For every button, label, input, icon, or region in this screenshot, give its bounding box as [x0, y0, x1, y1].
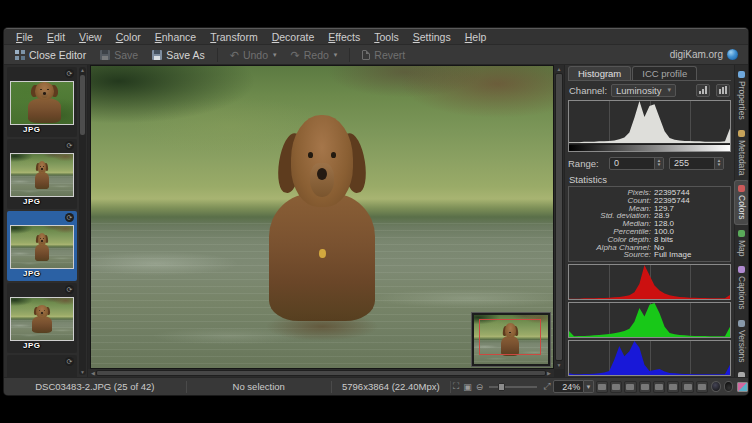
- format-badge: JPG: [23, 197, 41, 206]
- overexposure-indicator-button[interactable]: [724, 381, 734, 392]
- fit-to-window-icon[interactable]: ⛶: [453, 381, 459, 392]
- zoom-in-icon[interactable]: ⤢: [543, 381, 550, 392]
- zoom-percent-field[interactable]: 24%: [553, 380, 585, 393]
- preview-mode-button-6[interactable]: [667, 381, 679, 393]
- preview-mode-button-3[interactable]: [624, 381, 636, 393]
- thumbnail-item-3-selected[interactable]: ⟳ JPG: [7, 211, 77, 281]
- color-managed-view-icon[interactable]: [737, 382, 748, 392]
- preview-mode-button-5[interactable]: [653, 381, 665, 393]
- menu-view[interactable]: View: [73, 30, 108, 44]
- zoom-slider[interactable]: [489, 386, 537, 388]
- spinner-arrows-icon[interactable]: ▲▼: [714, 158, 723, 169]
- scroll-up-icon[interactable]: ▲: [554, 65, 564, 73]
- scroll-up-icon[interactable]: ▲: [79, 67, 86, 73]
- toolbar-separator: [349, 48, 350, 62]
- sync-icon: ⟳: [65, 285, 74, 294]
- sync-icon: ⟳: [65, 213, 74, 222]
- range-max-spinbox[interactable]: 255 ▲▼: [669, 157, 724, 170]
- save-label: Save: [114, 49, 138, 61]
- preview-mode-button-1[interactable]: [596, 381, 608, 393]
- screen: File Edit View Color Enhance Transform D…: [0, 0, 752, 423]
- scrollbar-thumb[interactable]: [555, 73, 563, 361]
- close-editor-icon: [15, 50, 25, 60]
- tab-metadata[interactable]: Metadata: [735, 126, 748, 179]
- horizontal-scrollbar[interactable]: ◀ ▶: [88, 369, 554, 377]
- scrollbar-thumb[interactable]: [96, 370, 546, 376]
- undo-icon: ↶: [230, 50, 239, 60]
- range-min-spinbox[interactable]: 0 ▲▼: [609, 157, 664, 170]
- captions-icon: [738, 266, 745, 273]
- preview-mode-button-8[interactable]: [696, 381, 708, 393]
- thumbnail-item-4[interactable]: ⟳ JPG: [7, 283, 77, 353]
- revert-button[interactable]: Revert: [357, 48, 410, 62]
- menu-decorate[interactable]: Decorate: [266, 30, 321, 44]
- menu-file[interactable]: File: [10, 30, 39, 44]
- tab-captions[interactable]: Captions: [735, 262, 748, 314]
- zoom-slider-handle[interactable]: [498, 383, 505, 391]
- undo-label: Undo: [243, 49, 268, 61]
- undo-button[interactable]: ↶ Undo ▾: [225, 48, 282, 62]
- thumbnail-scrollbar[interactable]: ▲ ▼: [79, 67, 86, 375]
- redo-dropdown-icon[interactable]: ▾: [334, 51, 338, 59]
- scrollbar-thumb[interactable]: [80, 75, 85, 135]
- vertical-scrollbar[interactable]: ▲ ▼: [554, 65, 564, 369]
- menu-settings[interactable]: Settings: [407, 30, 457, 44]
- redo-button[interactable]: ↷ Redo ▾: [286, 48, 343, 62]
- visible-region-rectangle[interactable]: [479, 319, 541, 355]
- menu-edit[interactable]: Edit: [41, 30, 71, 44]
- statusbar-selection: No selection: [187, 381, 331, 392]
- globe-icon[interactable]: [727, 49, 738, 60]
- save-as-button[interactable]: Save As: [147, 48, 210, 62]
- preview-mode-button-7[interactable]: [681, 381, 693, 393]
- channel-select[interactable]: Luminosity ▾: [611, 84, 676, 97]
- menu-tools[interactable]: Tools: [368, 30, 405, 44]
- save-button[interactable]: Save: [95, 48, 143, 62]
- tab-icc-profile[interactable]: ICC profile: [632, 66, 697, 80]
- zoom-out-icon[interactable]: ⊖: [476, 382, 484, 392]
- scroll-right-icon[interactable]: ▶: [544, 369, 554, 377]
- sync-icon: ⟳: [65, 69, 74, 78]
- tab-properties[interactable]: Properties: [735, 67, 748, 124]
- zoom-dropdown-icon[interactable]: ▼: [584, 380, 594, 393]
- thumbnail-item-1[interactable]: ⟳ JPG: [7, 67, 77, 137]
- preview-mode-button-2[interactable]: [610, 381, 622, 393]
- menu-effects[interactable]: Effects: [322, 30, 366, 44]
- menu-transform[interactable]: Transform: [204, 30, 263, 44]
- versions-icon: [738, 320, 745, 327]
- colors-icon: [738, 185, 745, 192]
- luminosity-histogram[interactable]: [568, 100, 731, 152]
- thumbnail-item-2[interactable]: ⟳ JPG: [7, 139, 77, 209]
- preview-mode-button-4[interactable]: [639, 381, 651, 393]
- stat-value: Full Image: [654, 251, 691, 259]
- pan-navigation-overlay[interactable]: [472, 313, 550, 366]
- image-viewport[interactable]: [90, 65, 554, 369]
- properties-icon: [738, 71, 745, 78]
- menu-help[interactable]: Help: [459, 30, 493, 44]
- linear-scale-button[interactable]: [696, 84, 710, 97]
- tab-histogram[interactable]: Histogram: [568, 66, 631, 80]
- underexposure-indicator-button[interactable]: [711, 381, 721, 392]
- fit-to-selection-icon[interactable]: ▣: [463, 382, 472, 392]
- format-badge: JPG: [23, 269, 41, 278]
- tab-colors[interactable]: Colors: [735, 181, 748, 224]
- close-editor-button[interactable]: Close Editor: [10, 48, 91, 62]
- tab-map[interactable]: Map: [735, 226, 748, 261]
- statistics-title: Statistics: [569, 174, 731, 185]
- thumbnail-item-5[interactable]: ⟳: [7, 355, 77, 377]
- map-icon: [738, 230, 745, 237]
- chevron-down-icon: ▾: [667, 86, 671, 94]
- revert-label: Revert: [374, 49, 405, 61]
- menu-enhance[interactable]: Enhance: [149, 30, 202, 44]
- menu-color[interactable]: Color: [110, 30, 147, 44]
- channel-label: Channel:: [569, 85, 607, 96]
- scroll-down-icon[interactable]: ▼: [554, 361, 564, 369]
- spinner-arrows-icon[interactable]: ▲▼: [654, 158, 663, 169]
- scroll-down-icon[interactable]: ▼: [79, 369, 86, 375]
- redo-icon: ↷: [291, 50, 300, 60]
- logarithmic-scale-button[interactable]: [716, 84, 730, 97]
- panel-tabs: Histogram ICC profile: [568, 66, 731, 81]
- metadata-icon: [738, 130, 745, 137]
- tab-versions[interactable]: Versions: [735, 316, 748, 367]
- undo-dropdown-icon[interactable]: ▾: [273, 51, 277, 59]
- dog-subject: [257, 108, 386, 331]
